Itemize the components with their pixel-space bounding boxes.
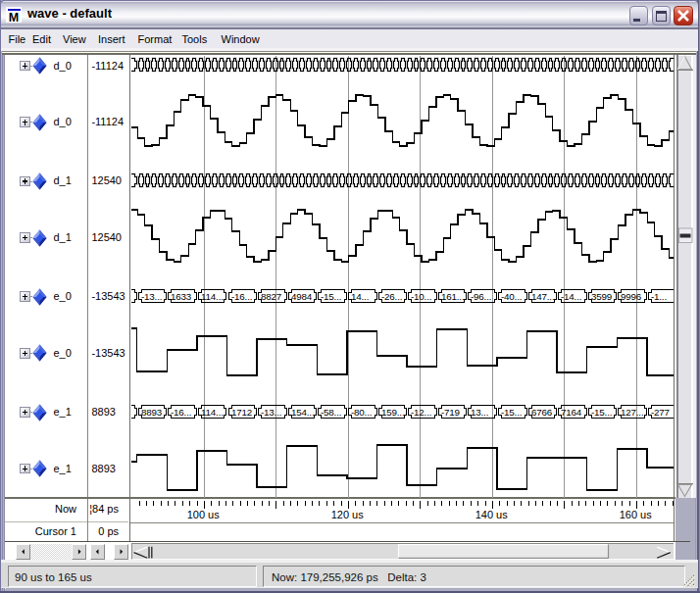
svg-text:3599: 3599	[591, 291, 612, 302]
svg-text:13...: 13...	[471, 407, 488, 418]
svg-text:-26...: -26...	[381, 291, 402, 302]
svg-text:154...: 154...	[291, 407, 315, 418]
svg-text:-719: -719	[441, 407, 460, 418]
svg-text:-96...: -96...	[471, 291, 491, 302]
svg-text:7164: 7164	[561, 407, 582, 418]
svg-text:-14...: -14...	[561, 291, 581, 302]
svg-text:1633: 1633	[171, 291, 192, 302]
svg-text:-16...: -16...	[171, 407, 191, 418]
svg-text:140 us: 140 us	[475, 509, 509, 520]
svg-text:-13...: -13...	[261, 407, 281, 418]
svg-text:-277: -277	[651, 407, 670, 418]
svg-text:-15...: -15...	[501, 407, 522, 418]
svg-text:127...: 127...	[621, 407, 644, 418]
svg-text:-1...: -1...	[651, 291, 667, 302]
svg-text:8827: 8827	[261, 291, 281, 302]
svg-text:-16...: -16...	[231, 291, 252, 302]
svg-text:-80...: -80...	[351, 407, 372, 418]
svg-text:-40...: -40...	[501, 291, 522, 302]
svg-text:114...: 114...	[201, 291, 224, 302]
svg-text:1712: 1712	[231, 407, 252, 418]
svg-text:-10...: -10...	[411, 291, 431, 302]
svg-text:9996: 9996	[621, 291, 642, 302]
svg-text:4984: 4984	[291, 291, 313, 302]
svg-text:147...: 147...	[531, 291, 555, 302]
svg-text:114...: 114...	[201, 407, 224, 418]
svg-text:159...: 159...	[381, 407, 405, 418]
svg-text:6766: 6766	[531, 407, 553, 418]
svg-text:161...: 161...	[441, 291, 465, 302]
svg-text:-15...: -15...	[591, 407, 612, 418]
svg-text:160 us: 160 us	[620, 509, 653, 520]
svg-text:-15...: -15...	[321, 291, 341, 302]
svg-text:-13...: -13...	[141, 291, 162, 302]
svg-text:100 us: 100 us	[187, 509, 221, 520]
svg-text:120 us: 120 us	[331, 509, 365, 520]
svg-text:8893: 8893	[141, 407, 163, 418]
svg-text:-12...: -12...	[411, 407, 431, 418]
svg-text:14...: 14...	[351, 291, 369, 302]
svg-text:-58...: -58...	[321, 407, 341, 418]
